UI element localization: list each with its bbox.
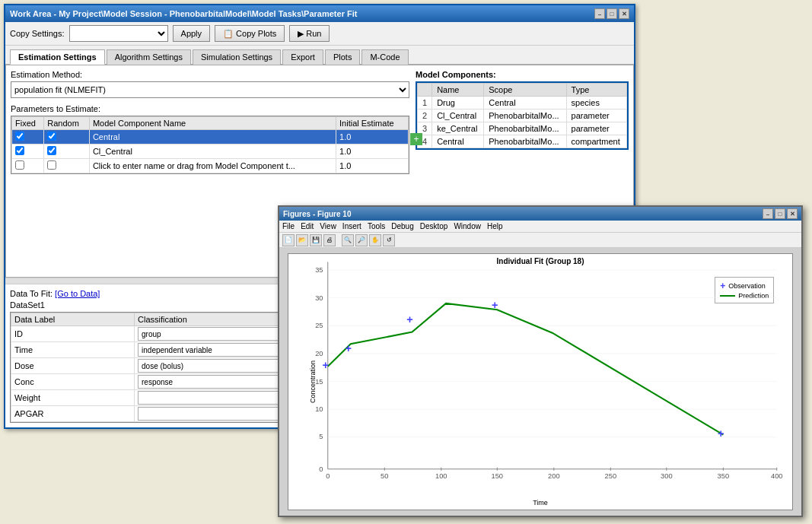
col-initial-estimate: Initial Estimate: [336, 117, 409, 130]
tab-export[interactable]: Export: [282, 49, 323, 65]
col-fixed: Fixed: [12, 117, 44, 130]
figure-content: Individual Fit (Group 18) Concentration …: [279, 248, 801, 516]
svg-text:200: 200: [548, 473, 560, 481]
params-row[interactable]: Central 1.0: [12, 130, 409, 144]
svg-text:10: 10: [315, 406, 323, 414]
svg-text:35: 35: [315, 266, 323, 274]
tab-plots[interactable]: Plots: [325, 49, 360, 65]
model-row: 3 ke_Central PhenobarbitalMo... paramete…: [418, 122, 627, 135]
params-table-wrapper: Fixed Random Model Component Name Initia…: [11, 116, 409, 174]
menu-edit[interactable]: Edit: [301, 222, 314, 230]
svg-text:15: 15: [315, 378, 323, 386]
svg-text:5: 5: [319, 433, 323, 440]
model-row: 2 Cl_Central PhenobarbitalMo... paramete…: [418, 110, 627, 122]
close-button[interactable]: ✕: [619, 8, 629, 19]
model-components-table: Name Scope Type 1 Drug Central species 2…: [417, 83, 627, 148]
svg-text:20: 20: [315, 350, 323, 357]
svg-text:400: 400: [771, 473, 783, 481]
menu-tools[interactable]: Tools: [368, 222, 385, 230]
maximize-button[interactable]: □: [607, 8, 617, 19]
col-random: Random: [44, 117, 90, 130]
window-title: Work Area - My Project\Model Session - P…: [10, 9, 357, 18]
svg-text:+: +: [406, 313, 412, 326]
menu-desktop[interactable]: Desktop: [420, 222, 448, 230]
menu-help[interactable]: Help: [487, 222, 503, 230]
fig-tool-pan[interactable]: ✋: [369, 234, 381, 246]
svg-text:+: +: [345, 342, 351, 354]
svg-text:0: 0: [326, 473, 330, 481]
fig-close-button[interactable]: ✕: [787, 208, 798, 219]
model-table-wrapper: Name Scope Type 1 Drug Central species 2…: [416, 81, 629, 150]
svg-text:0: 0: [319, 465, 323, 473]
params-row[interactable]: Cl_Central 1.0: [12, 144, 409, 159]
tab-algorithm-settings[interactable]: Algorithm Settings: [107, 49, 191, 65]
fig-tool-print[interactable]: 🖨: [323, 234, 336, 246]
figure-title-bar: Figures - Figure 10 – □ ✕: [279, 207, 801, 221]
estimation-method-label: Estimation Method:: [11, 70, 409, 79]
menu-window[interactable]: Window: [454, 222, 481, 230]
tab-estimation-settings[interactable]: Estimation Settings: [10, 49, 105, 65]
col-model-component: Model Component Name: [89, 117, 336, 130]
apply-button[interactable]: Apply: [173, 25, 211, 42]
fig-tool-zoom-out[interactable]: 🔎: [355, 234, 368, 246]
toolbar: Copy Settings: Apply 📋 Copy Plots ▶ Run: [5, 22, 634, 46]
params-row[interactable]: Click to enter name or drag from Model C…: [12, 159, 409, 173]
svg-text:150: 150: [491, 473, 503, 481]
svg-text:+: +: [492, 300, 498, 312]
menu-insert[interactable]: Insert: [342, 222, 361, 230]
svg-text:25: 25: [315, 322, 323, 330]
title-bar: Work Area - My Project\Model Session - P…: [5, 5, 634, 22]
svg-text:350: 350: [717, 473, 729, 481]
svg-text:+: +: [718, 427, 724, 440]
figure-window: Figures - Figure 10 – □ ✕ File Edit View…: [278, 205, 803, 517]
figure-title-buttons: – □ ✕: [763, 208, 798, 219]
figure-title: Figures - Figure 10: [283, 210, 351, 218]
copy-plots-icon: 📋: [223, 29, 234, 39]
col-type: Type: [566, 84, 626, 97]
copy-plots-button[interactable]: 📋 Copy Plots: [215, 25, 285, 42]
fig-minimize-button[interactable]: –: [763, 208, 773, 219]
col-scope: Scope: [484, 84, 566, 97]
go-to-data-link[interactable]: [Go to Data]: [55, 289, 100, 298]
run-icon: ▶: [298, 29, 304, 39]
svg-text:50: 50: [381, 473, 388, 481]
tab-simulation-settings[interactable]: Simulation Settings: [193, 49, 281, 65]
fig-tool-rotate[interactable]: ↺: [383, 234, 395, 246]
tabs-container: Estimation Settings Algorithm Settings S…: [5, 46, 634, 65]
svg-text:300: 300: [661, 473, 673, 481]
figure-menu-bar: File Edit View Insert Tools Debug Deskto…: [279, 221, 801, 233]
copy-settings-label: Copy Settings:: [10, 29, 65, 38]
svg-text:30: 30: [315, 294, 323, 302]
svg-text:+: +: [322, 359, 328, 371]
fig-tool-open[interactable]: 📂: [296, 234, 308, 246]
svg-text:250: 250: [604, 473, 616, 481]
fig-tool-save[interactable]: 💾: [310, 234, 322, 246]
fig-maximize-button[interactable]: □: [775, 208, 785, 219]
estimation-method-select[interactable]: population fit (NLMEFIT): [11, 81, 409, 98]
menu-file[interactable]: File: [282, 222, 295, 230]
title-bar-buttons: – □ ✕: [594, 8, 629, 19]
fig-tool-zoom-in[interactable]: 🔍: [342, 234, 354, 246]
menu-view[interactable]: View: [320, 222, 336, 230]
run-button[interactable]: ▶ Run: [289, 25, 330, 42]
minimize-button[interactable]: –: [594, 8, 605, 19]
add-param-button[interactable]: +: [410, 133, 422, 145]
model-row: 1 Drug Central species: [418, 97, 627, 110]
params-label: Parameters to Estimate:: [11, 104, 409, 113]
tab-m-code[interactable]: M-Code: [361, 49, 408, 65]
data-to-fit-label: Data To Fit:: [10, 289, 53, 298]
copy-settings-select[interactable]: [69, 25, 168, 42]
model-components-label: Model Components:: [416, 70, 629, 79]
plot-area: Individual Fit (Group 18) Concentration …: [288, 253, 793, 510]
figure-toolbar: 📄 📂 💾 🖨 🔍 🔎 ✋ ↺: [279, 233, 801, 248]
params-table: Fixed Random Model Component Name Initia…: [11, 116, 409, 173]
col-data-label: Data Label: [11, 313, 135, 326]
menu-debug[interactable]: Debug: [391, 222, 413, 230]
chart-svg: 0 5 10 15 20 25 30 35 0 50 100 150 200 2…: [288, 254, 792, 509]
svg-text:100: 100: [435, 473, 447, 481]
model-row: 4 Central PhenobarbitalMo... compartment: [418, 135, 627, 148]
col-name: Name: [432, 84, 484, 97]
fig-tool-new[interactable]: 📄: [282, 234, 295, 246]
